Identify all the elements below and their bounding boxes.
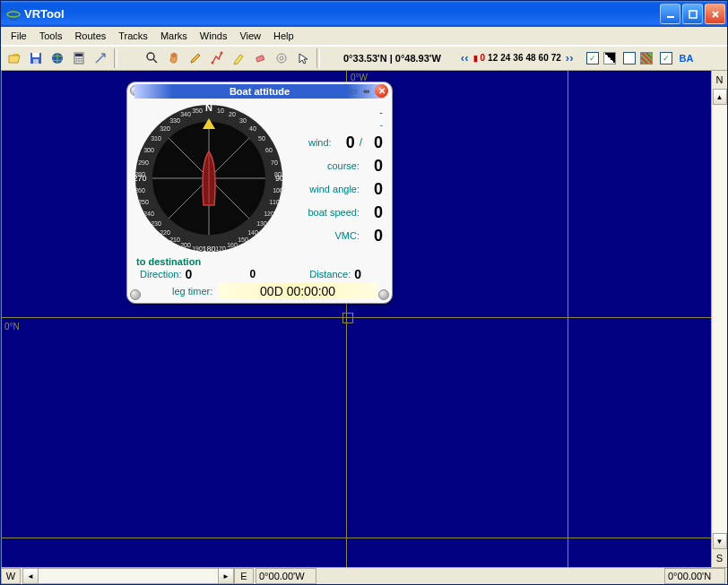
scroll-down-icon[interactable]: ▼	[713, 533, 727, 549]
east-label: E	[234, 568, 254, 584]
svg-text:20: 20	[229, 111, 236, 117]
course-label: course:	[285, 160, 367, 171]
time-24[interactable]: 24	[500, 53, 510, 63]
menu-routes[interactable]: Routes	[68, 29, 112, 43]
svg-text:100: 100	[273, 187, 283, 194]
window-title: VRTool	[24, 7, 660, 21]
pointer-icon[interactable]	[293, 48, 313, 68]
svg-point-12	[81, 57, 82, 59]
check-1[interactable]: ✓	[586, 52, 599, 65]
north-label: N	[716, 71, 724, 89]
time-0[interactable]: 0	[481, 53, 486, 63]
maximize-button[interactable]	[682, 4, 703, 24]
time-12[interactable]: 12	[488, 53, 498, 63]
map-canvas[interactable]: 0°W 0°N Boat attitude ▭ ⇹ ✕	[1, 71, 711, 567]
svg-text:140: 140	[247, 229, 258, 236]
south-label: S	[716, 549, 723, 567]
swatch-1[interactable]	[603, 52, 616, 65]
time-72[interactable]: 72	[551, 53, 561, 63]
direction-value: 0	[185, 267, 192, 281]
svg-point-16	[147, 53, 154, 60]
check-2[interactable]	[623, 52, 636, 65]
svg-rect-9	[75, 54, 82, 56]
svg-text:30: 30	[239, 117, 247, 124]
time-prev-icon[interactable]: ‹‹	[459, 51, 471, 65]
hscroll-track[interactable]	[39, 568, 218, 584]
open-icon[interactable]	[4, 48, 24, 68]
menu-view[interactable]: View	[233, 29, 267, 43]
menu-marks[interactable]: Marks	[154, 29, 194, 43]
svg-point-14	[78, 60, 80, 62]
save-icon[interactable]	[26, 48, 46, 68]
svg-point-17	[212, 61, 214, 64]
panel-link-icon[interactable]: ⇹	[360, 85, 373, 98]
boat-attitude-panel[interactable]: Boat attitude ▭ ⇹ ✕	[126, 82, 393, 304]
svg-text:220: 220	[160, 229, 170, 236]
ba-label[interactable]: BA	[680, 53, 694, 64]
svg-text:40: 40	[249, 125, 256, 132]
close-button[interactable]	[705, 4, 725, 24]
svg-text:290: 290	[138, 159, 149, 166]
eraser-icon[interactable]	[250, 48, 270, 68]
windangle-value: 0	[367, 180, 383, 199]
wind-sep: /	[355, 136, 367, 149]
time-scale: ‹‹ ▮ 0 12 24 36 48 60 72 ››	[459, 51, 576, 65]
direction-label: Direction:	[140, 269, 181, 280]
svg-rect-3	[689, 11, 697, 18]
time-48[interactable]: 48	[525, 53, 535, 63]
check-3[interactable]: ✓	[660, 52, 672, 65]
menu-file[interactable]: File	[4, 29, 33, 43]
target-icon[interactable]	[272, 48, 291, 68]
scroll-right-icon[interactable]: ►	[218, 568, 234, 584]
svg-point-10	[76, 57, 78, 59]
svg-text:170: 170	[215, 245, 226, 252]
pencil-icon[interactable]	[186, 48, 205, 68]
scroll-up-icon[interactable]: ▲	[713, 89, 727, 105]
coordinates-display: 0°33.53'N | 0°48.93'W	[338, 53, 446, 64]
svg-text:190: 190	[192, 245, 203, 252]
titlebar[interactable]: VRTool	[1, 1, 727, 27]
minimize-button[interactable]	[660, 4, 680, 24]
menu-tracks[interactable]: Tracks	[112, 29, 154, 43]
readouts: - - wind: 0 / 0 course:0 wind angle:0 bo…	[285, 102, 386, 254]
sail-dash: -	[379, 107, 383, 117]
screw-icon	[378, 289, 389, 300]
direction-mid: 0	[249, 268, 256, 280]
svg-text:130: 130	[256, 220, 267, 227]
route-icon[interactable]	[207, 48, 227, 68]
time-60[interactable]: 60	[539, 53, 549, 63]
menu-winds[interactable]: Winds	[194, 29, 234, 43]
app-icon	[6, 7, 21, 22]
boatspeed-value: 0	[367, 203, 383, 222]
horizontal-scrollbar[interactable]: ◄ ►	[22, 568, 234, 584]
leg-timer-label: leg timer:	[136, 286, 212, 297]
map-lat-label: 0°N	[4, 322, 20, 331]
swatch-2[interactable]	[640, 52, 653, 65]
svg-point-0	[7, 8, 20, 21]
svg-text:10: 10	[217, 108, 224, 114]
svg-text:260: 260	[134, 187, 145, 194]
menu-tools[interactable]: Tools	[33, 29, 69, 43]
wind-arrow-icon[interactable]	[91, 48, 110, 68]
hand-icon[interactable]	[164, 48, 184, 68]
svg-text:50: 50	[258, 135, 265, 142]
time-marker-icon[interactable]: ▮	[473, 54, 478, 63]
main-area: 0°W 0°N Boat attitude ▭ ⇹ ✕	[1, 71, 727, 567]
vscroll-track[interactable]	[713, 105, 727, 533]
highlighter-icon[interactable]	[229, 48, 248, 68]
calculator-icon[interactable]	[69, 48, 89, 68]
time-36[interactable]: 36	[513, 53, 523, 63]
menu-bar: File Tools Routes Tracks Marks Winds Vie…	[1, 27, 727, 46]
menu-help[interactable]: Help	[267, 29, 300, 43]
panel-layout-icon[interactable]: ▭	[346, 85, 359, 98]
zoom-icon[interactable]	[143, 48, 162, 68]
svg-text:N: N	[205, 102, 212, 113]
scroll-left-icon[interactable]: ◄	[22, 568, 39, 584]
panel-close-icon[interactable]: ✕	[375, 84, 388, 98]
windangle-label: wind angle:	[285, 184, 367, 194]
vertical-scrollbar[interactable]: ▲ ▼	[713, 89, 727, 549]
time-next-icon[interactable]: ››	[564, 51, 576, 65]
svg-rect-19	[256, 55, 264, 61]
globe-icon[interactable]	[48, 48, 67, 68]
svg-text:90: 90	[275, 174, 284, 183]
